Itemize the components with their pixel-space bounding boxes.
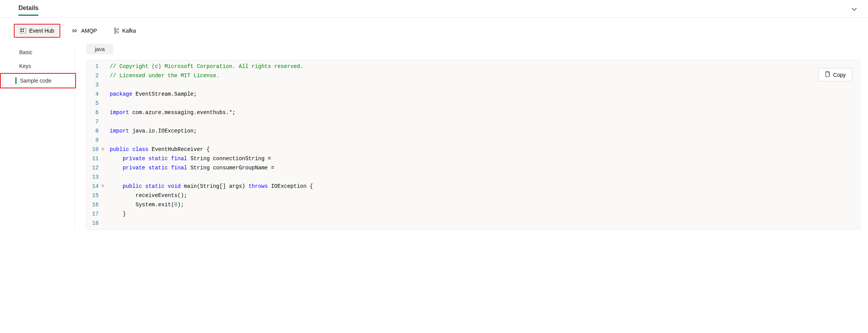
svg-point-7 (114, 32, 116, 34)
svg-rect-14 (826, 72, 829, 77)
svg-rect-3 (21, 31, 22, 32)
svg-line-12 (116, 30, 117, 30)
sidebar-item-basic[interactable]: Basic (8, 45, 74, 59)
svg-line-13 (116, 31, 117, 32)
sidebar-item-keys[interactable]: Keys (8, 59, 74, 73)
sidebar-item-sample-code[interactable]: Sample code (8, 74, 75, 88)
amqp-icon (72, 28, 78, 34)
protocol-kafka[interactable]: Kafka (109, 25, 141, 36)
copy-label: Copy (833, 72, 846, 78)
copy-button[interactable]: Copy (818, 68, 852, 81)
protocol-label: AMQP (81, 28, 97, 34)
svg-point-6 (114, 30, 116, 31)
eventhub-icon (20, 28, 26, 34)
copy-icon (825, 71, 830, 78)
collapse-chevron-icon[interactable] (848, 3, 860, 17)
svg-rect-4 (23, 31, 24, 32)
protocol-event-hub[interactable]: Event Hub (15, 25, 59, 36)
svg-rect-1 (21, 29, 22, 30)
code-content[interactable]: // Copyright (c) Microsoft Corporation. … (102, 60, 860, 229)
protocol-label: Kafka (122, 28, 136, 34)
details-tab[interactable]: Details (18, 5, 38, 16)
svg-rect-2 (23, 29, 24, 30)
protocol-label: Event Hub (29, 28, 54, 34)
language-tab-java[interactable]: java (86, 44, 113, 55)
protocol-amqp[interactable]: AMQP (67, 25, 101, 36)
kafka-icon (113, 28, 119, 34)
code-block: Copy 12345678910⊟11121314⊟15161718 // Co… (86, 60, 860, 230)
svg-point-8 (117, 28, 119, 30)
code-editor[interactable]: 12345678910⊟11121314⊟15161718 // Copyrig… (87, 60, 860, 229)
line-gutter: 12345678910⊟11121314⊟15161718 (87, 60, 102, 229)
svg-point-9 (117, 31, 119, 33)
sidebar: Basic Keys Sample code (8, 44, 75, 230)
svg-point-5 (114, 28, 116, 29)
protocol-toolbar: Event Hub AMQP Kafka (0, 18, 868, 44)
